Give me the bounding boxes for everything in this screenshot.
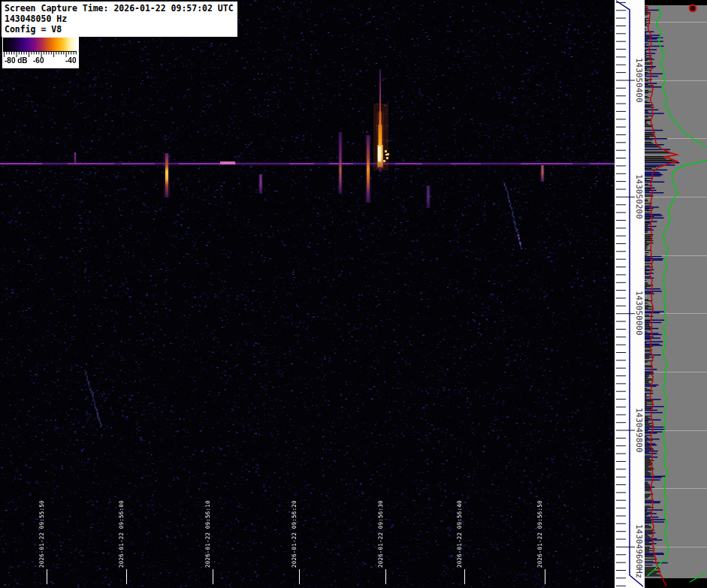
time-label: 2026-01-22 09:55:50	[38, 500, 45, 568]
color-scale-legend: -80 dB -60 -40	[2, 37, 79, 68]
frequency-label: 143049800	[634, 408, 644, 453]
frequency-label: 143050400	[634, 58, 644, 103]
capture-config-text: Config = V8	[5, 24, 234, 35]
frequency-label: 143050000	[634, 291, 644, 336]
legend-label-60: -60	[33, 56, 44, 65]
time-tick	[299, 569, 300, 584]
time-tick	[545, 569, 545, 584]
color-gradient-bar	[3, 38, 77, 51]
frequency-label: 143049600	[634, 524, 644, 569]
legend-label-40: -40	[65, 56, 76, 65]
legend-label-80db: -80 dB	[5, 56, 28, 65]
time-tick	[126, 569, 127, 584]
time-tick	[385, 569, 386, 584]
capture-time-text: Screen Capture Time: 2026-01-22 09:57:02…	[5, 3, 234, 14]
time-tick	[464, 569, 465, 584]
time-label: 2026-01-22 09:56:00	[118, 500, 125, 568]
time-tick	[47, 569, 47, 584]
spectrum-lab-screen-capture: Screen Capture Time: 2026-01-22 09:57:02…	[0, 0, 707, 588]
capture-frequency-text: 143048050 Hz	[5, 14, 234, 24]
time-label: 2026-01-22 09:56:40	[456, 500, 463, 568]
capture-info-box: Screen Capture Time: 2026-01-22 09:57:02…	[2, 2, 237, 37]
time-label: 2026-01-22 09:56:30	[377, 500, 384, 568]
frequency-unit-label: Hz	[634, 568, 644, 578]
spectrogram-canvas	[0, 0, 615, 588]
time-label: 2026-01-22 09:56:10	[204, 500, 211, 568]
spectrum-panel-canvas	[645, 0, 707, 588]
frequency-label: 143050200	[634, 174, 644, 219]
time-label: 2026-01-22 09:56:20	[291, 500, 298, 568]
time-tick	[213, 569, 213, 584]
time-label: 2026-01-22 09:56:50	[536, 500, 543, 568]
